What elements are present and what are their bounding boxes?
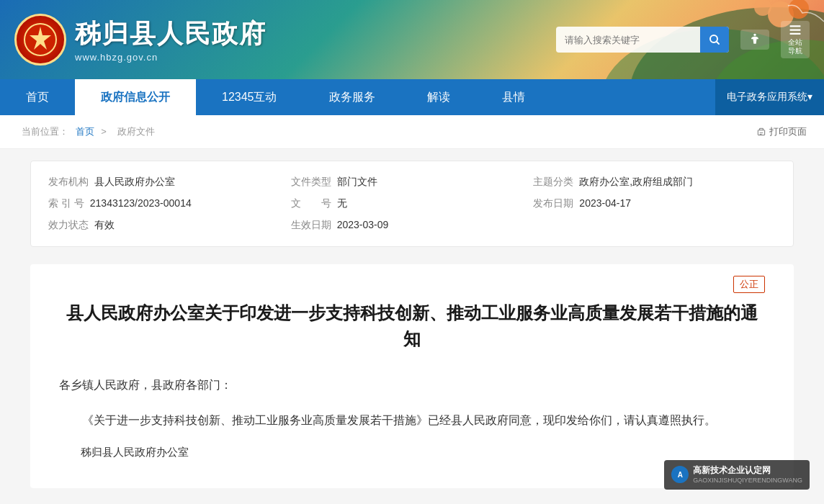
meta-info-box: 发布机构 县人民政府办公室 文件类型 部门文件 主题分类 政府办公室,政府组成部…	[30, 161, 794, 247]
eservices-button[interactable]: 电子政务应用系统▾	[715, 79, 824, 115]
svg-rect-15	[760, 132, 763, 133]
svg-point-10	[753, 34, 756, 36]
meta-index: 索 引 号 21343123/2023-00014	[48, 197, 291, 210]
breadcrumb-bar: 当前位置： 首页 > 政府文件 打印页面	[0, 115, 824, 149]
breadcrumb: 当前位置： 首页 > 政府文件	[17, 125, 159, 138]
site-logo: 秭归县人民政府 www.hbzg.gov.cn	[14, 14, 267, 66]
content-area: 发布机构 县人民政府办公室 文件类型 部门文件 主题分类 政府办公室,政府组成部…	[16, 161, 808, 504]
meta-row-1: 发布机构 县人民政府办公室 文件类型 部门文件 主题分类 政府办公室,政府组成部…	[48, 176, 776, 189]
watermark-logo: A	[671, 466, 689, 483]
search-button[interactable]	[700, 27, 729, 53]
svg-rect-16	[760, 134, 762, 135]
meta-topic: 主题分类 政府办公室,政府组成部门	[533, 176, 776, 189]
meta-row-3: 效力状态 有效 生效日期 2023-03-09	[48, 219, 776, 232]
main-nav: 首页 政府信息公开 12345互动 政务服务 解读 县情 电子政务应用系统▾	[0, 79, 824, 115]
search-box	[556, 27, 729, 53]
search-input[interactable]	[556, 35, 700, 45]
header-controls: 全站导航	[556, 21, 810, 58]
nav-home[interactable]: 首页	[0, 79, 75, 115]
svg-rect-11	[790, 25, 801, 27]
site-url: www.hbzg.gov.cn	[75, 52, 267, 63]
nav-services[interactable]: 政务服务	[303, 79, 401, 115]
meta-file-type: 文件类型 部门文件	[291, 176, 534, 189]
nav-12345[interactable]: 12345互动	[196, 79, 303, 115]
sitemap-button[interactable]: 全站导航	[781, 21, 810, 58]
breadcrumb-home[interactable]: 首页	[76, 126, 94, 137]
article-body: 县人民政府办公室关于印发进一步支持科技创新、推动工业服务业高质量发展若干措施的通…	[30, 264, 794, 488]
breadcrumb-current: 政府文件	[117, 126, 155, 137]
meta-publisher: 发布机构 县人民政府办公室	[48, 176, 291, 189]
logo-emblem	[14, 14, 66, 66]
article-paragraph-1: 各乡镇人民政府，县政府各部门：	[59, 375, 765, 396]
svg-rect-12	[790, 30, 801, 31]
site-header: 秭归县人民政府 www.hbzg.gov.cn	[0, 0, 824, 79]
meta-publish-date: 发布日期 2023-04-17	[533, 197, 776, 210]
accessibility-button[interactable]	[740, 30, 769, 50]
site-name: 秭归县人民政府	[75, 17, 267, 52]
nav-interpretation[interactable]: 解读	[401, 79, 476, 115]
meta-row-2: 索 引 号 21343123/2023-00014 文 号 无 发布日期 202…	[48, 197, 776, 210]
svg-line-9	[717, 42, 720, 45]
print-button[interactable]: 打印页面	[756, 125, 807, 138]
svg-rect-13	[790, 33, 801, 35]
meta-effective-date: 生效日期 2023-03-09	[291, 219, 534, 232]
watermark-text: 高新技术企业认定网 GAOXINJISHUQIYERENDINGWANG	[693, 464, 802, 485]
gongzheng-badge: 公正	[733, 276, 765, 293]
article-paragraph-2: 《关于进一步支持科技创新、推动工业服务业高质量发展若干措施》已经县人民政府同意，…	[59, 410, 765, 431]
nav-county[interactable]: 县情	[476, 79, 551, 115]
logo-text: 秭归县人民政府 www.hbzg.gov.cn	[75, 17, 267, 63]
nav-gov-info[interactable]: 政府信息公开	[75, 79, 196, 115]
meta-doc-num: 文 号 无	[291, 197, 534, 210]
watermark: A 高新技术企业认定网 GAOXINJISHUQIYERENDINGWANG	[664, 460, 810, 490]
article-title: 县人民政府办公室关于印发进一步支持科技创新、推动工业服务业高质量发展若干措施的通…	[59, 286, 765, 352]
article-signature: 秭归县人民政府办公室	[59, 446, 765, 459]
meta-status: 效力状态 有效	[48, 219, 291, 232]
